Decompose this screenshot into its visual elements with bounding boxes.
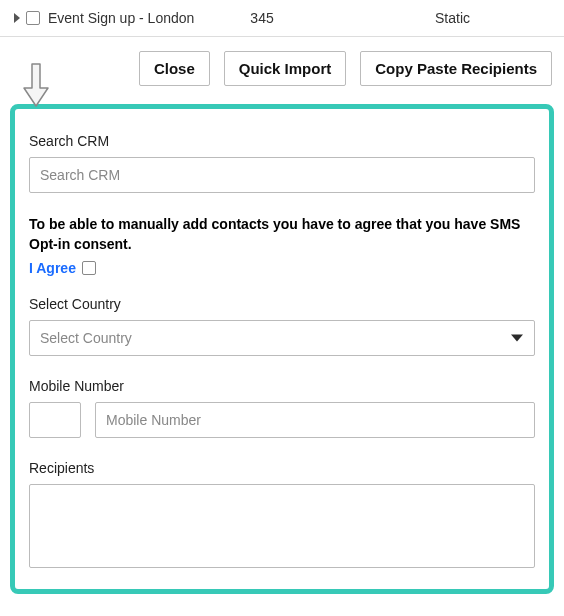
expand-caret-icon[interactable] (14, 13, 20, 23)
mobile-number-label: Mobile Number (29, 378, 535, 394)
search-crm-label: Search CRM (29, 133, 535, 149)
search-crm-input[interactable] (29, 157, 535, 193)
select-country-label: Select Country (29, 296, 535, 312)
i-agree-checkbox[interactable] (82, 261, 96, 275)
quick-import-button[interactable]: Quick Import (224, 51, 347, 86)
mobile-number-input[interactable] (95, 402, 535, 438)
list-name: Event Sign up - London (48, 10, 194, 26)
i-agree-link[interactable]: I Agree (29, 260, 76, 276)
list-row: Event Sign up - London 345 Static (0, 0, 564, 37)
mobile-number-block: Mobile Number (29, 378, 535, 438)
consent-agree-row: I Agree (29, 260, 535, 276)
select-country-dropdown[interactable]: Select Country (29, 320, 535, 356)
list-count: 345 (250, 10, 273, 26)
search-crm-block: Search CRM (29, 133, 535, 193)
mobile-prefix-input[interactable] (29, 402, 81, 438)
list-type: Static (435, 10, 470, 26)
select-row-checkbox[interactable] (26, 11, 40, 25)
recipients-label: Recipients (29, 460, 535, 476)
recipients-textarea[interactable] (29, 484, 535, 568)
close-button[interactable]: Close (139, 51, 210, 86)
add-recipients-panel: Search CRM To be able to manually add co… (10, 104, 554, 594)
select-country-block: Select Country Select Country (29, 296, 535, 356)
copy-paste-recipients-button[interactable]: Copy Paste Recipients (360, 51, 552, 86)
action-button-row: Close Quick Import Copy Paste Recipients (0, 37, 564, 104)
consent-block: To be able to manually add contacts you … (29, 215, 535, 276)
recipients-block: Recipients (29, 460, 535, 571)
consent-text: To be able to manually add contacts you … (29, 215, 535, 254)
